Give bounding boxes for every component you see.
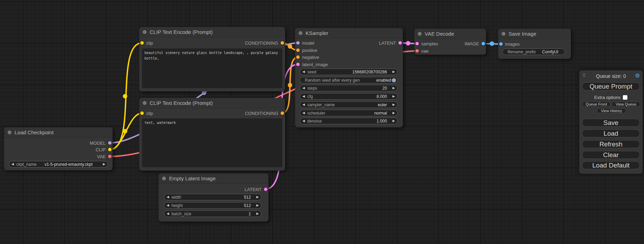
refresh-button[interactable]: Refresh [582,140,640,148]
increment-icon[interactable]: ▶ [390,103,397,106]
increment-icon[interactable]: ▶ [390,87,397,90]
port-input-positive[interactable]: positive [296,47,317,53]
collapse-dot-icon[interactable] [143,101,147,105]
extra-options-checkbox[interactable] [623,95,627,100]
node-clip-text-encode-negative[interactable]: CLIP Text Encode (Prompt) clip CONDITION… [139,98,285,171]
increment-icon[interactable]: ▶ [100,163,108,166]
latent-port-dot[interactable] [415,42,419,45]
image-port-dot[interactable] [499,42,503,46]
increment-icon[interactable]: ▶ [390,70,397,73]
widget-height[interactable]: ◀ height 512 ▶ [164,202,262,209]
collapse-dot-icon[interactable] [8,130,11,134]
node-titlebar[interactable]: Save Image [498,29,571,39]
port-input-images[interactable]: images [499,41,520,47]
port-output-conditioning[interactable]: CONDITIONING [245,40,284,46]
node-titlebar[interactable]: Empty Latent Image [159,173,268,184]
node-titlebar[interactable]: CLIP Text Encode (Prompt) [139,27,285,37]
node-titlebar[interactable]: KSampler [295,28,403,38]
port-output-vae[interactable]: VAE [97,154,112,159]
increment-icon[interactable]: ▶ [254,196,261,199]
decrement-icon[interactable]: ◀ [300,103,307,106]
decrement-icon[interactable]: ◀ [300,87,307,90]
load-button[interactable]: Load [582,129,640,137]
port-input-latent-image[interactable]: latent_image [296,62,328,67]
widget-filename-prefix[interactable]: filename_prefix ComfyUI [502,48,565,55]
decrement-icon[interactable]: ◀ [300,70,307,73]
port-output-latent[interactable]: LATENT [245,187,267,192]
link-dot-cond-negative[interactable] [288,83,292,88]
increment-icon[interactable]: ▶ [254,204,261,207]
node-empty-latent-image[interactable]: Empty Latent Image LATENT ◀ width 512 ▶ … [159,173,268,222]
decrement-icon[interactable]: ◀ [164,196,171,199]
decrement-icon[interactable]: ◀ [9,163,16,166]
widget-seed[interactable]: ◀ seed 156680208700286 ▶ [300,69,398,75]
port-output-conditioning[interactable]: CONDITIONING [245,110,284,116]
collapse-dot-icon[interactable] [143,30,147,34]
port-output-clip[interactable]: CLIP [96,147,112,152]
gear-icon[interactable]: ⚙ [635,72,640,79]
link-dot-clip-negative[interactable] [123,129,127,134]
node-clip-text-encode-positive[interactable]: CLIP Text Encode (Prompt) clip CONDITION… [139,27,285,91]
queue-front-button[interactable]: Queue Front [582,102,610,107]
widget-cfg[interactable]: ◀ cfg 8.000 ▶ [300,93,398,100]
widget-scheduler[interactable]: ◀ scheduler normal ▶ [300,110,398,116]
node-load-checkpoint[interactable]: Load Checkpoint MODEL CLIP VAE ◀ ckpt_na… [4,127,113,170]
clip-port-dot[interactable] [108,148,112,151]
model-port-dot[interactable] [296,41,300,45]
conditioning-port-dot[interactable] [296,55,300,59]
node-titlebar[interactable]: Load Checkpoint [4,127,113,138]
decrement-icon[interactable]: ◀ [164,204,171,207]
node-titlebar[interactable]: CLIP Text Encode (Prompt) [139,98,285,108]
widget-sampler-name[interactable]: ◀ sampler_name euler ▶ [300,101,398,108]
widget-batch-size[interactable]: ◀ batch_size 1 ▶ [164,210,262,217]
increment-icon[interactable]: ▶ [390,95,397,98]
collapse-dot-icon[interactable] [162,177,166,180]
node-graph-canvas[interactable]: Load Checkpoint MODEL CLIP VAE ◀ ckpt_na… [0,0,644,244]
decrement-icon[interactable]: ◀ [300,111,307,115]
link-dot-image[interactable] [490,42,494,46]
latent-port-dot[interactable] [264,188,267,191]
node-save-image[interactable]: Save Image images filename_prefix ComfyU… [498,29,571,59]
vae-port-dot[interactable] [415,49,419,53]
port-input-negative[interactable]: negative [296,54,319,60]
clip-port-dot[interactable] [140,41,144,45]
toggle-icon[interactable] [392,78,396,82]
increment-icon[interactable]: ▶ [390,119,397,123]
port-input-samples[interactable]: samples [415,41,438,46]
latent-port-dot[interactable] [296,63,300,66]
vae-port-dot[interactable] [108,155,112,158]
link-dot-clip-positive[interactable] [123,94,127,99]
clear-button[interactable]: Clear [582,151,640,159]
node-ksampler[interactable]: KSampler model positive negative latent_… [295,28,403,127]
collapse-dot-icon[interactable] [299,31,302,35]
conditioning-port-dot[interactable] [296,48,300,52]
increment-icon[interactable]: ▶ [390,111,397,115]
widget-random-seed-toggle[interactable]: Random seed after every gen enabled [300,77,398,83]
queue-prompt-button[interactable]: Queue Prompt [582,82,640,90]
decrement-icon[interactable]: ◀ [300,95,307,98]
view-history-button[interactable]: View History [597,108,626,113]
widget-steps[interactable]: ◀ steps 20 ▶ [300,85,398,91]
collapse-dot-icon[interactable] [502,32,505,36]
decrement-icon[interactable]: ◀ [164,212,171,215]
port-input-vae[interactable]: vae [415,48,429,54]
decrement-icon[interactable]: ◀ [300,119,307,123]
port-output-image[interactable]: IMAGE [465,41,485,46]
prompt-textarea[interactable]: text, watermark [142,118,282,167]
port-input-clip[interactable]: clip [140,110,153,116]
port-input-clip[interactable]: clip [140,40,153,46]
save-button[interactable]: Save [582,119,640,127]
model-port-dot[interactable] [108,141,112,145]
widget-ckpt-name[interactable]: ◀ ckpt_name v1-5-pruned-emaonly.ckpt ▶ [9,161,108,168]
latent-port-dot[interactable] [398,41,402,45]
collapse-dot-icon[interactable] [418,32,422,36]
load-default-button[interactable]: Load Default [582,161,640,169]
image-port-dot[interactable] [482,42,485,45]
port-input-model[interactable]: model [296,40,314,46]
port-output-latent[interactable]: LATENT [379,40,402,46]
increment-icon[interactable]: ▶ [254,212,261,215]
widget-denoise[interactable]: ◀ denoise 1.000 ▶ [300,118,398,124]
link-dot-cond-positive[interactable] [288,44,292,49]
link-dot-samples[interactable] [406,41,411,46]
prompt-textarea[interactable]: beautiful scenery nature glass bottle la… [142,48,282,88]
